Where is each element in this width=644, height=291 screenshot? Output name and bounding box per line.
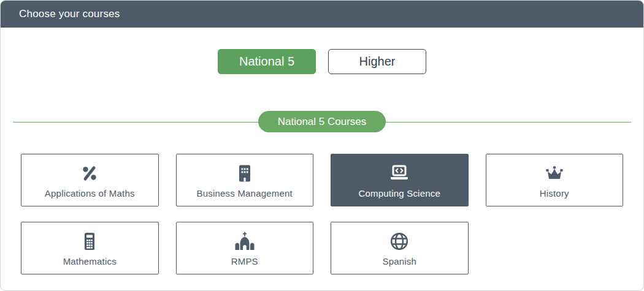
church-icon: [234, 232, 256, 251]
course-icon-slot: [389, 231, 409, 252]
level-toggle: National 5 Higher: [1, 49, 643, 74]
building-icon: [235, 164, 255, 183]
course-icon-slot: [80, 163, 99, 184]
course-label: RMPS: [231, 256, 258, 266]
course-card-mathematics[interactable]: Mathematics: [21, 222, 159, 274]
course-icon-slot: [388, 163, 411, 184]
section-pill: National 5 Courses: [258, 111, 386, 132]
course-card-rmps[interactable]: RMPS: [176, 222, 314, 274]
course-label: History: [540, 188, 569, 198]
laptop-code-icon: [388, 164, 411, 183]
course-label: Business Management: [197, 188, 293, 198]
course-label: Applications of Maths: [45, 188, 135, 198]
globe-icon: [389, 232, 409, 251]
course-label: Spanish: [382, 256, 416, 266]
panel-header: Choose your courses: [1, 1, 643, 28]
choose-courses-panel: Choose your courses National 5 Higher Na…: [0, 0, 644, 291]
panel-title: Choose your courses: [19, 8, 120, 20]
level-button-higher[interactable]: Higher: [328, 49, 426, 74]
crown-icon: [544, 164, 565, 183]
course-icon-slot: [80, 231, 99, 252]
course-card-applications-of-maths[interactable]: Applications of Maths: [21, 154, 159, 206]
course-card-business-management[interactable]: Business Management: [176, 154, 314, 206]
percent-icon: [80, 164, 99, 183]
section-divider: National 5 Courses: [1, 111, 643, 132]
course-label: Computing Science: [359, 188, 440, 198]
course-card-history[interactable]: History: [486, 154, 624, 206]
course-grid: Applications of Maths Business Managemen…: [1, 154, 643, 274]
course-card-spanish[interactable]: Spanish: [331, 222, 469, 274]
calculator-icon: [80, 232, 99, 251]
course-label: Mathematics: [63, 256, 117, 266]
course-icon-slot: [235, 163, 255, 184]
course-card-computing-science[interactable]: Computing Science: [331, 154, 469, 206]
level-button-national-5[interactable]: National 5: [218, 49, 316, 74]
course-icon-slot: [234, 231, 256, 252]
course-icon-slot: [544, 163, 565, 184]
